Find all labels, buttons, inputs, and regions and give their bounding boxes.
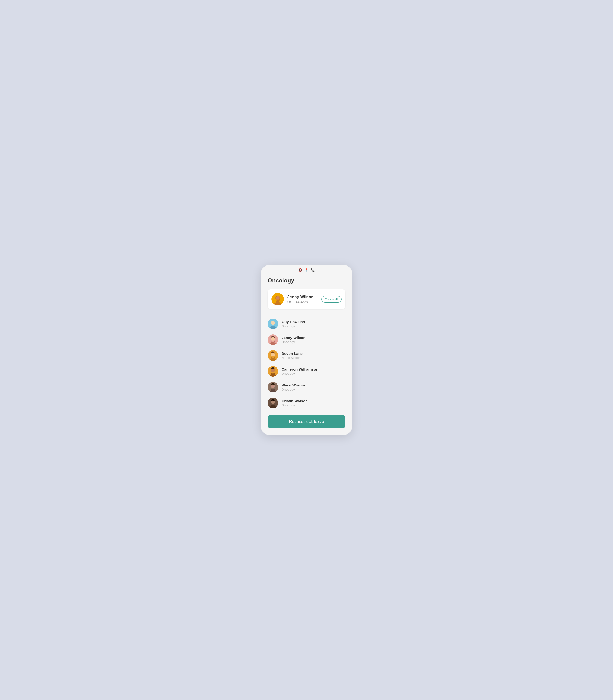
contact-item-wade-warren[interactable]: Wade Warren Oncology	[268, 380, 345, 395]
svg-point-6	[271, 321, 275, 325]
avatar-wade-warren	[268, 382, 278, 393]
divider	[268, 314, 345, 314]
page-title: Oncology	[268, 277, 345, 284]
location-icon: 📍	[304, 268, 309, 272]
avatar-guy-hawkins	[268, 319, 278, 329]
volume-icon: 🔇	[298, 268, 302, 272]
contact-name-wade-warren: Wade Warren	[282, 383, 305, 387]
contact-item-jenny-wilson[interactable]: Jenny Wilson Oncology	[268, 332, 345, 347]
contact-dept-guy-hawkins: Oncology	[282, 324, 305, 328]
svg-point-3	[276, 296, 279, 300]
phone-card: 🔇 📍 📞 Oncology Jenny Wilson 081 744 4328	[261, 265, 352, 435]
contact-dept-kristin-watson: Oncology	[282, 404, 308, 407]
avatar-cameron-williamson	[268, 366, 278, 377]
contact-info-guy-hawkins: Guy Hawkins Oncology	[282, 320, 305, 328]
main-content: Oncology Jenny Wilson 081 744 4328 Your …	[261, 274, 352, 411]
shift-user-name: Jenny Wilson	[287, 295, 321, 300]
shift-user-phone: 081 744 4328	[287, 300, 321, 304]
shift-user-avatar	[272, 293, 284, 305]
contact-name-devon-lane: Devon Lane	[282, 352, 303, 356]
contact-info-kristin-watson: Kristin Watson Oncology	[282, 399, 308, 407]
contact-name-guy-hawkins: Guy Hawkins	[282, 320, 305, 324]
shift-user-info: Jenny Wilson 081 744 4328	[287, 295, 321, 304]
shift-card[interactable]: Jenny Wilson 081 744 4328 Your shift	[268, 289, 345, 309]
contact-info-devon-lane: Devon Lane Nurse Station	[282, 352, 303, 360]
avatar-jenny-wilson	[268, 334, 278, 345]
contact-info-wade-warren: Wade Warren Oncology	[282, 383, 305, 391]
contact-item-devon-lane[interactable]: Devon Lane Nurse Station	[268, 348, 345, 363]
phone-icon: 📞	[311, 268, 315, 272]
contact-item-guy-hawkins[interactable]: Guy Hawkins Oncology	[268, 316, 345, 332]
contact-dept-wade-warren: Oncology	[282, 388, 305, 391]
contact-item-cameron-williamson[interactable]: Cameron Williamson Oncology	[268, 364, 345, 379]
contact-name-kristin-watson: Kristin Watson	[282, 399, 308, 403]
contact-item-kristin-watson[interactable]: Kristin Watson Oncology	[268, 395, 345, 411]
contact-name-jenny-wilson: Jenny Wilson	[282, 335, 305, 340]
contact-name-cameron-williamson: Cameron Williamson	[282, 367, 318, 372]
status-bar: 🔇 📍 📞	[261, 265, 352, 274]
avatar-devon-lane	[268, 350, 278, 361]
request-sick-leave-button[interactable]: Request sick leave	[268, 415, 345, 428]
contact-list: Guy Hawkins Oncology Jenny Wilson	[268, 316, 345, 411]
shift-badge: Your shift	[321, 296, 341, 303]
contact-info-jenny-wilson: Jenny Wilson Oncology	[282, 335, 305, 344]
contact-dept-jenny-wilson: Oncology	[282, 340, 305, 344]
contact-dept-devon-lane: Nurse Station	[282, 356, 303, 360]
contact-dept-cameron-williamson: Oncology	[282, 372, 318, 375]
contact-info-cameron-williamson: Cameron Williamson Oncology	[282, 367, 318, 375]
bottom-button-wrap: Request sick leave	[261, 411, 352, 435]
avatar-kristin-watson	[268, 398, 278, 408]
svg-point-18	[271, 384, 275, 388]
